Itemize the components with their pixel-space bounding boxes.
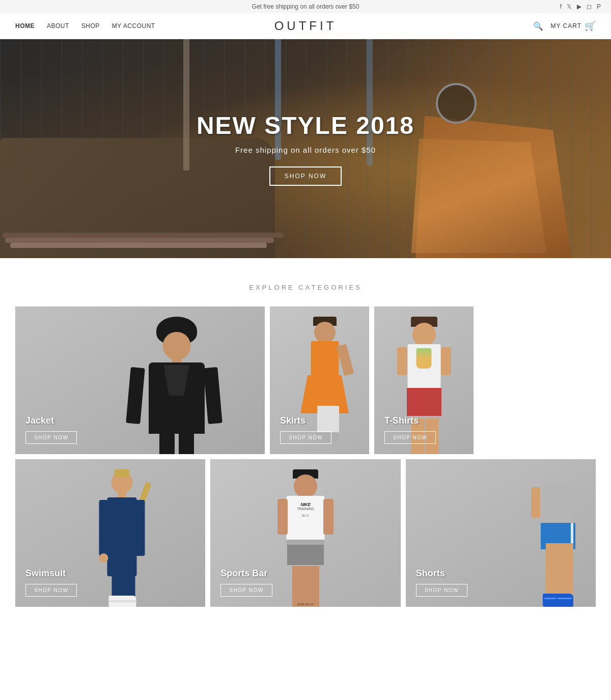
category-card-skirts[interactable]: Skirts SHOP NOW: [270, 306, 369, 454]
tshirts-label: T-Shirts: [384, 415, 436, 426]
shorts-label: Shorts: [416, 568, 467, 579]
swimsuit-label: Swimsuit: [25, 568, 77, 579]
card-info-skirts: Skirts SHOP NOW: [280, 415, 331, 444]
tshirts-shop-button[interactable]: SHOP NOW: [384, 431, 436, 444]
search-icon[interactable]: 🔍: [533, 21, 543, 31]
top-bar-message: Get free shipping on all orders over $50: [252, 3, 359, 10]
shorts-shop-button[interactable]: SHOP NOW: [416, 584, 467, 597]
nav-shop[interactable]: SHOP: [81, 22, 100, 30]
cart-label: MY CART: [550, 22, 581, 30]
category-card-tshirts[interactable]: T-Shirts SHOP NOW: [374, 306, 474, 454]
jacket-shop-button[interactable]: SHOP NOW: [25, 431, 77, 444]
jacket-label: Jacket: [25, 415, 77, 426]
nav-account[interactable]: MY ACCOUNT: [112, 22, 155, 30]
section-title: EXPLORE CATEGORIES: [15, 284, 596, 291]
header-right: 🔍 MY CART 🛒: [533, 20, 596, 32]
category-card-jacket[interactable]: Jacket SHOP NOW: [15, 306, 265, 454]
hero-shop-now-button[interactable]: SHOP NOW: [269, 166, 342, 186]
card-info-sportsbar: Sports Bar SHOP NOW: [220, 568, 272, 597]
header: HOME ABOUT SHOP MY ACCOUNT OUTFIT 🔍 MY C…: [0, 13, 611, 39]
instagram-icon[interactable]: ◻: [587, 3, 592, 10]
social-icons: f 𝕏 ▶ ◻ P: [560, 3, 601, 10]
site-logo[interactable]: OUTFIT: [274, 19, 337, 33]
cart-icon: 🛒: [585, 20, 596, 32]
nav-home[interactable]: HOME: [15, 22, 35, 30]
pinterest-icon[interactable]: P: [597, 3, 601, 10]
top-bar: Get free shipping on all orders over $50…: [0, 0, 611, 13]
card-info-jacket: Jacket SHOP NOW: [25, 415, 77, 444]
categories-grid-bottom: Swimsuit SHOP NOW NIKE TRAINING do it.: [15, 459, 596, 607]
categories-section: EXPLORE CATEGORIES: [0, 258, 611, 622]
category-card-shorts[interactable]: Shorts SHOP NOW: [406, 459, 596, 607]
swimsuit-shop-button[interactable]: SHOP NOW: [25, 584, 77, 597]
category-card-swimsuit[interactable]: Swimsuit SHOP NOW: [15, 459, 205, 607]
sportsbar-shop-button[interactable]: SHOP NOW: [220, 584, 272, 597]
nav-about[interactable]: ABOUT: [47, 22, 69, 30]
facebook-icon[interactable]: f: [560, 3, 562, 10]
card-info-shorts: Shorts SHOP NOW: [416, 568, 467, 597]
sportsbar-label: Sports Bar: [220, 568, 272, 579]
twitter-icon[interactable]: 𝕏: [567, 3, 572, 10]
hero-subtitle: Free shipping on all orders over $50: [197, 146, 414, 154]
youtube-icon[interactable]: ▶: [577, 3, 581, 10]
hero-content: NEW STYLE 2018 Free shipping on all orde…: [197, 111, 414, 186]
category-card-sportsbar[interactable]: NIKE TRAINING do it. JUST DO IT. Sports …: [210, 459, 400, 607]
skirts-shop-button[interactable]: SHOP NOW: [280, 431, 331, 444]
card-info-tshirts: T-Shirts SHOP NOW: [384, 415, 436, 444]
hero-title: NEW STYLE 2018: [197, 111, 414, 139]
hero-section: NEW STYLE 2018 Free shipping on all orde…: [0, 39, 611, 258]
main-nav: HOME ABOUT SHOP MY ACCOUNT: [15, 22, 155, 30]
card-info-swimsuit: Swimsuit SHOP NOW: [25, 568, 77, 597]
cart-button[interactable]: MY CART 🛒: [550, 20, 596, 32]
skirts-label: Skirts: [280, 415, 331, 426]
categories-grid-top: Jacket SHOP NOW: [15, 306, 596, 454]
